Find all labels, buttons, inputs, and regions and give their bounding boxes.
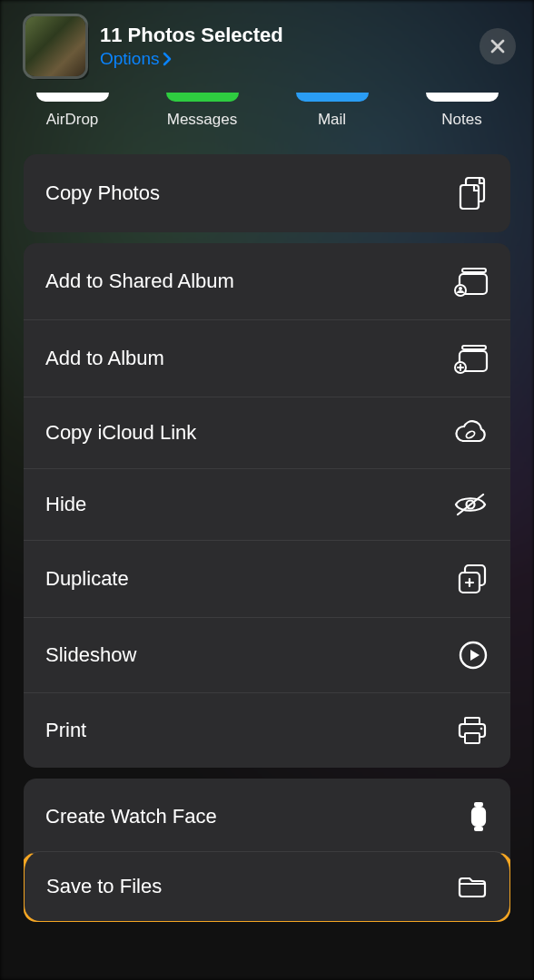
- row-label: Add to Shared Album: [45, 270, 234, 293]
- options-label: Options: [100, 49, 159, 69]
- watch-icon: [469, 800, 489, 833]
- page-title: 11 Photos Selected: [100, 24, 465, 47]
- chevron-right-icon: [163, 52, 172, 66]
- mail-icon: [296, 93, 369, 102]
- app-mail[interactable]: Mail: [273, 94, 391, 129]
- row-label: Duplicate: [45, 567, 129, 591]
- app-notes[interactable]: Notes: [403, 94, 521, 129]
- action-copy-icloud-link[interactable]: Copy iCloud Link: [24, 397, 510, 468]
- share-sheet-header: 11 Photos Selected Options: [0, 0, 534, 89]
- action-group-3: Create Watch Face Save to Files: [24, 779, 510, 922]
- svg-rect-20: [474, 802, 483, 807]
- svg-rect-2: [462, 269, 486, 272]
- shared-album-icon: [452, 265, 489, 298]
- action-group-2: Add to Shared Album Add to Album Copy iC…: [24, 243, 510, 768]
- row-label: Create Watch Face: [45, 805, 217, 828]
- close-button[interactable]: [480, 28, 516, 64]
- options-link[interactable]: Options: [100, 49, 172, 69]
- action-copy-photos[interactable]: Copy Photos: [24, 154, 510, 232]
- action-group-1: Copy Photos: [24, 154, 510, 232]
- action-save-to-files[interactable]: Save to Files: [24, 851, 510, 922]
- row-label: Add to Album: [45, 347, 164, 370]
- svg-point-9: [465, 430, 476, 439]
- folder-icon: [457, 874, 488, 899]
- airdrop-icon: [36, 93, 109, 102]
- row-label: Copy Photos: [45, 181, 160, 205]
- svg-rect-1: [460, 185, 479, 209]
- share-apps-row: AirDrop Messages Mail Notes: [0, 89, 534, 147]
- svg-rect-17: [465, 733, 480, 743]
- action-hide[interactable]: Hide: [24, 468, 510, 540]
- action-add-shared-album[interactable]: Add to Shared Album: [24, 243, 510, 319]
- play-circle-icon: [458, 640, 489, 671]
- printer-icon: [456, 715, 489, 746]
- svg-point-18: [480, 728, 483, 730]
- app-messages[interactable]: Messages: [143, 94, 262, 129]
- row-label: Hide: [45, 493, 86, 516]
- action-duplicate[interactable]: Duplicate: [24, 540, 510, 617]
- app-label: AirDrop: [46, 111, 99, 129]
- copy-doc-icon: [458, 176, 489, 211]
- messages-icon: [166, 93, 239, 102]
- row-label: Print: [45, 719, 86, 742]
- header-text: 11 Photos Selected Options: [100, 24, 465, 69]
- app-label: Messages: [167, 111, 237, 129]
- svg-rect-21: [474, 827, 483, 831]
- duplicate-icon: [456, 563, 489, 595]
- app-label: Mail: [318, 111, 346, 129]
- app-label: Notes: [441, 111, 481, 129]
- eye-slash-icon: [452, 491, 489, 518]
- action-print[interactable]: Print: [24, 692, 510, 768]
- notes-icon: [426, 93, 499, 102]
- svg-point-5: [459, 287, 462, 290]
- selection-thumbnail: [25, 16, 85, 76]
- cloud-link-icon: [452, 419, 489, 446]
- row-label: Copy iCloud Link: [45, 421, 196, 445]
- close-icon: [490, 38, 506, 54]
- row-label: Slideshow: [45, 643, 136, 667]
- app-airdrop[interactable]: AirDrop: [14, 94, 132, 129]
- action-create-watch-face[interactable]: Create Watch Face: [24, 779, 510, 855]
- svg-rect-6: [462, 346, 486, 349]
- action-slideshow[interactable]: Slideshow: [24, 617, 510, 692]
- svg-rect-19: [472, 808, 485, 826]
- action-add-album[interactable]: Add to Album: [24, 319, 510, 397]
- row-label: Save to Files: [46, 875, 162, 898]
- add-album-icon: [452, 342, 489, 375]
